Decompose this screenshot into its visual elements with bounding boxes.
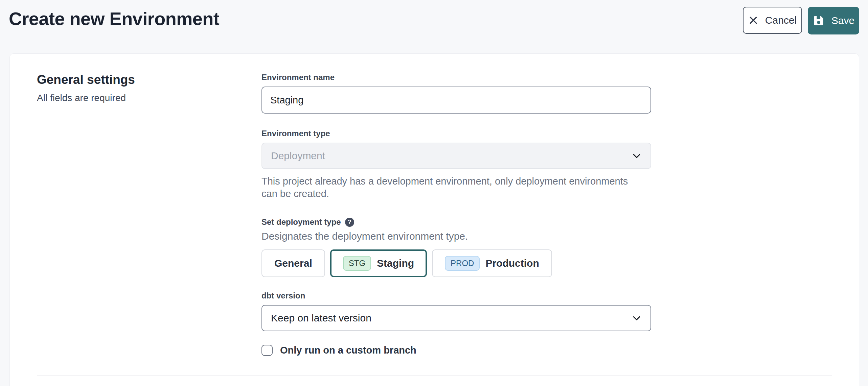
deployment-type-label-row: Set deployment type ? (261, 217, 651, 227)
save-button[interactable]: Save (808, 7, 859, 34)
environment-type-label: Environment type (261, 128, 651, 139)
settings-card: General settings All fields are required… (9, 53, 859, 386)
environment-name-input[interactable] (261, 87, 651, 114)
dbt-version-select[interactable]: Keep on latest version (261, 305, 651, 331)
section-divider (37, 376, 832, 376)
deployment-type-label: Set deployment type (261, 217, 341, 227)
environment-type-value: Deployment (271, 150, 325, 162)
production-badge: PROD (445, 256, 480, 271)
deployment-option-label: General (274, 258, 312, 269)
cancel-button-label: Cancel (765, 15, 797, 26)
page-header: Create new Environment Cancel Save (0, 0, 868, 34)
chevron-down-icon (632, 313, 642, 323)
dbt-version-label: dbt version (261, 291, 651, 301)
deployment-option-general[interactable]: General (261, 249, 325, 277)
environment-name-label: Environment name (261, 72, 651, 82)
save-icon (813, 15, 825, 27)
header-actions: Cancel Save (743, 6, 859, 34)
deployment-option-staging[interactable]: STG Staging (330, 249, 427, 277)
custom-branch-checkbox[interactable] (261, 345, 273, 356)
deployment-option-label: Production (485, 258, 539, 269)
environment-type-select[interactable]: Deployment (261, 143, 651, 169)
save-button-label: Save (831, 15, 854, 26)
page-title: Create new Environment (9, 6, 219, 29)
staging-badge: STG (343, 256, 371, 271)
deployment-type-options: General STG Staging PROD Production (261, 249, 651, 277)
cancel-button[interactable]: Cancel (743, 7, 802, 34)
chevron-down-icon (632, 151, 642, 161)
custom-branch-label[interactable]: Only run on a custom branch (280, 345, 416, 356)
settings-form: Environment name Environment type Deploy… (261, 72, 651, 356)
dbt-version-value: Keep on latest version (271, 312, 371, 324)
section-info: General settings All fields are required (37, 72, 261, 356)
environment-type-help: This project already has a development e… (261, 175, 634, 200)
deployment-option-production[interactable]: PROD Production (432, 249, 552, 277)
section-subheading: All fields are required (37, 93, 261, 103)
help-icon[interactable]: ? (345, 218, 354, 227)
deployment-option-label: Staging (377, 258, 414, 269)
deployment-type-description: Designates the deployment environment ty… (261, 231, 651, 242)
custom-branch-row: Only run on a custom branch (261, 345, 651, 356)
close-icon (748, 15, 758, 25)
section-heading: General settings (37, 72, 261, 87)
